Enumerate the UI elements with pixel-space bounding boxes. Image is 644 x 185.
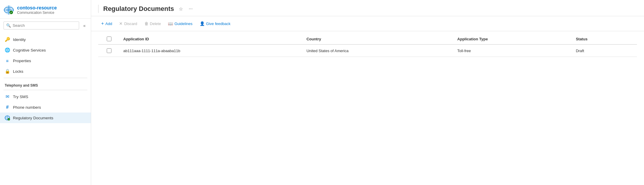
sidebar-logo: ✓ [4, 5, 14, 15]
nav-divider-2 [4, 90, 87, 90]
sidebar-item-try-sms[interactable]: ✉ Try SMS [0, 91, 91, 102]
guidelines-icon: 📖 [168, 21, 173, 26]
regulatory-docs-icon: ✓ [5, 115, 10, 120]
discard-button[interactable]: ✕ Discard [116, 19, 140, 28]
select-all-checkbox[interactable] [107, 37, 111, 41]
resource-info: contoso-resource Communication Service [17, 5, 57, 15]
sidebar-item-label: Try SMS [13, 95, 28, 99]
page-header: Regulatory Documents ☆ ··· [91, 0, 644, 16]
nav-divider [4, 78, 87, 78]
col-header-status: Status [572, 34, 637, 44]
col-header-app-id: Application ID [120, 34, 303, 44]
properties-icon: ≡ [5, 58, 10, 63]
collapse-sidebar-button[interactable]: « [81, 22, 87, 29]
phone-numbers-icon: # [5, 105, 10, 110]
col-header-check [98, 34, 120, 44]
sidebar-search-row: 🔍 « [0, 19, 91, 32]
table-area: Application ID Country Application Type … [91, 31, 644, 185]
delete-icon: 🗑 [144, 21, 149, 26]
header-divider [98, 5, 99, 13]
svg-text:✓: ✓ [10, 11, 12, 14]
table-body: ab111aaa-1111-111a-abaaba11b United Stat… [98, 44, 637, 57]
resource-name: contoso-resource [17, 5, 57, 11]
app-id-cell: ab111aaa-1111-111a-abaaba11b [120, 44, 303, 57]
app-type-cell: Toll-free [454, 44, 572, 57]
table-row[interactable]: ab111aaa-1111-111a-abaaba11b United Stat… [98, 44, 637, 57]
sidebar-item-label: Identity [13, 37, 26, 42]
regulatory-docs-table: Application ID Country Application Type … [98, 34, 637, 57]
try-sms-icon: ✉ [5, 94, 10, 99]
search-icon: 🔍 [6, 23, 11, 28]
discard-icon: ✕ [119, 21, 123, 26]
more-options-button[interactable]: ··· [188, 5, 194, 13]
main-content: Regulatory Documents ☆ ··· + Add ✕ Disca… [91, 0, 644, 185]
locks-icon: 🔒 [5, 69, 10, 74]
sidebar-item-label: Locks [13, 69, 23, 74]
row-checkbox[interactable] [107, 48, 111, 53]
sidebar-item-identity[interactable]: 🔑 Identity [0, 34, 91, 45]
add-icon: + [101, 21, 104, 26]
sidebar-item-label: Phone numbers [13, 105, 41, 110]
header-row: Application ID Country Application Type … [98, 34, 637, 44]
sidebar-item-label: Regulatory Documents [13, 116, 53, 120]
status-cell: Draft [572, 44, 637, 57]
col-header-country: Country [303, 34, 454, 44]
sidebar-item-label: Cognitive Services [13, 48, 46, 52]
sidebar-header: ✓ contoso-resource Communication Service [0, 0, 91, 19]
sidebar-item-locks[interactable]: 🔒 Locks [0, 66, 91, 77]
sidebar-item-properties[interactable]: ≡ Properties [0, 55, 91, 66]
cognitive-services-icon: 🌐 [5, 47, 10, 53]
identity-icon: 🔑 [5, 37, 10, 42]
give-feedback-button[interactable]: 👤 Give feedback [197, 19, 233, 28]
sidebar-nav: 🔑 Identity 🌐 Cognitive Services ≡ Proper… [0, 32, 91, 185]
favorite-button[interactable]: ☆ [178, 5, 184, 13]
sidebar-item-cognitive-services[interactable]: 🌐 Cognitive Services [0, 45, 91, 55]
row-check-cell [98, 44, 120, 57]
sidebar-item-phone-numbers[interactable]: # Phone numbers [0, 102, 91, 113]
sidebar-search-box[interactable]: 🔍 [4, 22, 79, 29]
svg-text:✓: ✓ [8, 119, 10, 120]
feedback-icon: 👤 [200, 21, 205, 26]
sidebar: ✓ contoso-resource Communication Service… [0, 0, 91, 185]
delete-button[interactable]: 🗑 Delete [141, 19, 164, 28]
add-button[interactable]: + Add [98, 19, 115, 28]
guidelines-button[interactable]: 📖 Guidelines [165, 19, 195, 28]
resource-type: Communication Service [17, 11, 57, 15]
search-input[interactable] [13, 23, 76, 28]
col-header-app-type: Application Type [454, 34, 572, 44]
telephony-section-header: Telephony and SMS [0, 79, 91, 89]
toolbar: + Add ✕ Discard 🗑 Delete 📖 Guidelines 👤 … [91, 16, 644, 31]
country-cell: United States of America [303, 44, 454, 57]
page-title: Regulatory Documents [103, 5, 174, 13]
sidebar-item-label: Properties [13, 59, 31, 63]
table-header: Application ID Country Application Type … [98, 34, 637, 44]
sidebar-item-regulatory-documents[interactable]: ✓ Regulatory Documents [0, 113, 91, 123]
